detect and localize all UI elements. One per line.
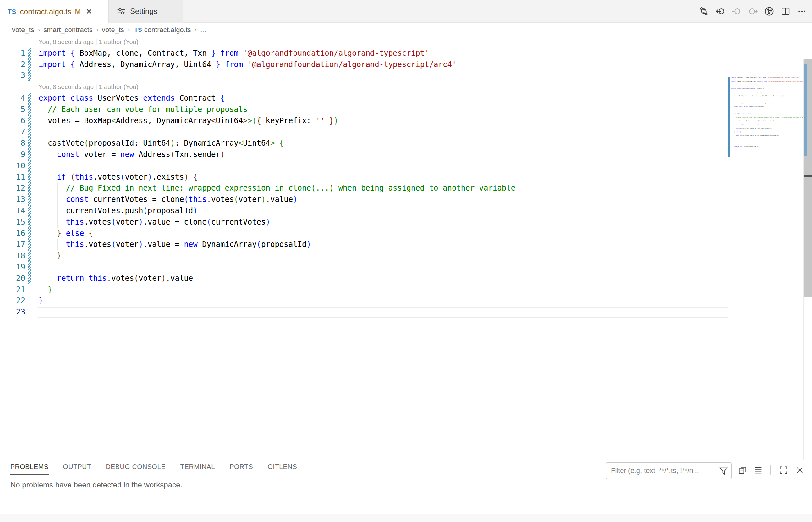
status-strip: [0, 514, 812, 522]
line-number: 19: [0, 262, 25, 273]
line-number: 15: [0, 217, 25, 228]
indent-guide: [39, 160, 39, 172]
more-actions-icon[interactable]: [797, 6, 807, 16]
gutter-modified-indicator: [28, 126, 32, 138]
gitlens-blame-annotation[interactable]: You, 8 seconds ago | 1 author (You): [39, 37, 138, 48]
panel-tab-gitlens[interactable]: GITLENS: [267, 463, 297, 475]
typescript-file-icon: TS: [134, 26, 142, 33]
code-line[interactable]: 7: [0, 126, 728, 138]
breadcrumb-separator-icon: ›: [38, 26, 40, 34]
breadcrumb-item[interactable]: vote_ts: [102, 26, 124, 34]
close-tab-icon[interactable]: ✕: [86, 7, 92, 16]
code-editor[interactable]: You, 8 seconds ago | 1 author (You)1impo…: [0, 37, 812, 460]
breadcrumb-item[interactable]: vote_ts: [12, 26, 34, 34]
panel-tab-ports[interactable]: PORTS: [229, 463, 253, 475]
gutter-modified-indicator: [28, 228, 32, 239]
line-number: 2: [0, 59, 25, 71]
panel-tab-terminal[interactable]: TERMINAL: [180, 463, 215, 475]
current-line-highlight: [38, 307, 728, 318]
run-or-debug-icon[interactable]: [764, 6, 774, 16]
close-panel-icon[interactable]: [795, 465, 805, 475]
gutter-modified-indicator: [28, 250, 32, 262]
gutter-modified-indicator: [28, 262, 32, 273]
code-line[interactable]: 16 } else {: [0, 228, 728, 239]
gutter-modified-indicator: [28, 172, 32, 183]
code-line[interactable]: 9 const voter = new Address(Txn.sender): [0, 149, 728, 160]
line-number: 11: [0, 172, 25, 183]
tab-contract-algo-ts[interactable]: TS contract.algo.ts M ✕: [0, 0, 108, 23]
line-number: 18: [0, 250, 25, 262]
line-number: 4: [0, 93, 25, 104]
code-line[interactable]: 23: [0, 307, 728, 318]
split-editor-icon[interactable]: [780, 6, 791, 16]
minimap[interactable]: import { BoxMap, clone, Contract, Txn } …: [728, 76, 803, 170]
line-number: 9: [0, 149, 25, 160]
panel-tab-debug-console[interactable]: DEBUG CONSOLE: [106, 463, 166, 475]
gutter-modified-indicator: [28, 239, 32, 250]
line-number: 8: [0, 138, 25, 149]
code-line[interactable]: 3: [0, 70, 728, 81]
editor-actions: [699, 0, 807, 23]
maximize-panel-icon[interactable]: [779, 465, 788, 475]
breadcrumb-item[interactable]: smart_contracts: [43, 26, 93, 34]
line-number: 5: [0, 104, 25, 115]
code-line[interactable]: 22}: [0, 295, 728, 307]
code-line[interactable]: 19: [0, 262, 728, 273]
tab-filename: contract.algo.ts: [20, 7, 71, 16]
gutter-modified-indicator: [28, 160, 32, 172]
breadcrumb-item[interactable]: contract.algo.ts: [144, 26, 191, 34]
filter-input[interactable]: [606, 467, 719, 475]
tab-settings[interactable]: Settings: [108, 0, 183, 23]
gutter-modified-indicator: [28, 138, 32, 149]
view-as-table-icon[interactable]: [753, 465, 763, 475]
gutter-modified-indicator: [28, 183, 32, 194]
code-line[interactable]: 15 this.votes(voter).value = clone(curre…: [0, 217, 728, 228]
line-number: 17: [0, 239, 25, 250]
line-number: 14: [0, 205, 25, 217]
funnel-filter-icon[interactable]: [719, 466, 728, 476]
breadcrumb-separator-icon: ›: [96, 26, 98, 34]
compare-changes-icon[interactable]: [699, 6, 709, 16]
codelens-row: You, 8 seconds ago | 1 author (You): [0, 37, 728, 48]
panel-tab-problems[interactable]: PROBLEMS: [11, 463, 49, 475]
overview-ruler-cursor-marker: [804, 175, 812, 177]
typescript-file-icon: TS: [7, 8, 16, 15]
line-number: 1: [0, 48, 25, 59]
bottom-panel: PROBLEMSOUTPUTDEBUG CONSOLETERMINALPORTS…: [0, 460, 812, 514]
line-number: 21: [0, 284, 25, 296]
code-line[interactable]: 17 this.votes(voter).value = new Dynamic…: [0, 239, 728, 250]
code-line[interactable]: 21 }: [0, 284, 728, 296]
code-line[interactable]: 11 if (this.votes(voter).exists) {: [0, 172, 728, 183]
gutter-modified-indicator: [28, 59, 32, 71]
line-number: 3: [0, 70, 25, 81]
code-line[interactable]: 20 return this.votes(voter).value: [0, 273, 728, 284]
settings-tab-label: Settings: [130, 7, 158, 16]
line-number: 6: [0, 115, 25, 127]
code-line[interactable]: 6 votes = BoxMap<Address, DynamicArray<U…: [0, 115, 728, 127]
next-change-icon: [748, 6, 758, 16]
code-line[interactable]: 8 castVote(proposalId: Uint64): DynamicA…: [0, 138, 728, 149]
line-number: 20: [0, 273, 25, 284]
toolbar-divider: [770, 465, 771, 476]
code-line[interactable]: 4export class UserVotes extends Contract…: [0, 93, 728, 104]
gitlens-blame-annotation[interactable]: You, 8 seconds ago | 1 author (You): [39, 81, 138, 93]
panel-tab-output[interactable]: OUTPUT: [63, 463, 91, 475]
code-line[interactable]: 13 const currentVotes = clone(this.votes…: [0, 194, 728, 205]
code-line[interactable]: 1import { BoxMap, clone, Contract, Txn }…: [0, 48, 728, 59]
code-line[interactable]: 10: [0, 160, 728, 172]
collapse-all-icon[interactable]: [738, 465, 747, 475]
code-line[interactable]: 12 // Bug Fixed in next line: wrapped ex…: [0, 183, 728, 194]
code-line[interactable]: 18 }: [0, 250, 728, 262]
code-line[interactable]: 5 // Each user can vote for multiple pro…: [0, 104, 728, 115]
open-changes-icon[interactable]: [715, 6, 725, 16]
code-line[interactable]: 14 currentVotes.push(proposalId): [0, 205, 728, 217]
gutter-modified-indicator: [28, 93, 32, 104]
tab-strip: TS contract.algo.ts M ✕ Settings: [0, 0, 812, 23]
code-line[interactable]: 2import { Address, DynamicArray, Uint64 …: [0, 59, 728, 71]
gutter-modified-indicator: [28, 205, 32, 217]
problems-filter: [606, 462, 732, 479]
gutter-modified-indicator: [28, 104, 32, 115]
gutter-modified-indicator: [28, 149, 32, 160]
line-number: 7: [0, 126, 25, 138]
breadcrumb-item[interactable]: ...: [200, 26, 206, 34]
